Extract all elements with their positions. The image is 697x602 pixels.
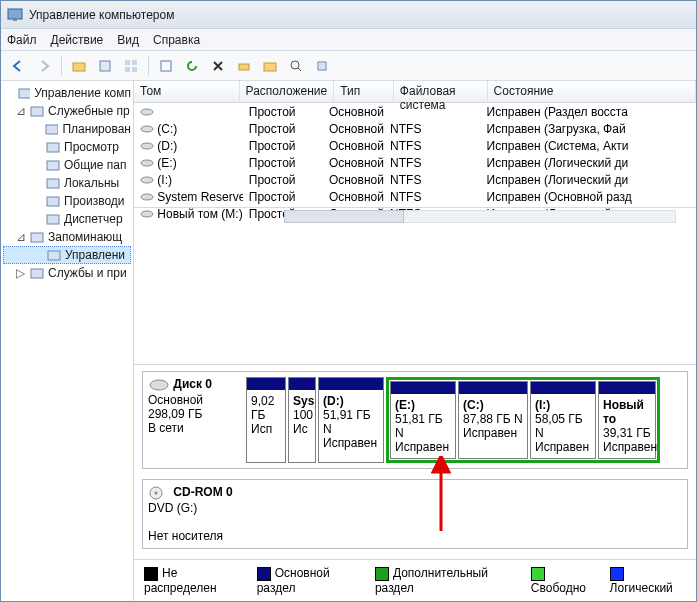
partition[interactable]: (I:) 58,05 ГБ N Исправен [530,381,596,459]
tree-item[interactable]: Производи [3,192,131,210]
partition-stripe [391,382,455,394]
cell: Исправен (Основной разд [481,190,696,204]
cell: Исправен (Загрузка, Фай [481,122,696,136]
svg-rect-18 [47,179,59,188]
titlebar[interactable]: Управление компьютером [1,1,696,29]
tree-item[interactable]: Управление комп [3,84,131,102]
cdrom-row[interactable]: CD-ROM 0 DVD (G:) Нет носителя [142,479,688,549]
volume-row[interactable]: ПростойОсновнойИсправен (Раздел восста [134,103,696,120]
toolbar-separator [61,56,62,76]
tree-label: Запоминающ [48,230,122,244]
cell: Простой [243,139,323,153]
navigation-tree[interactable]: Управление комп⊿Служебные прПланированПр… [1,81,134,601]
folder-button[interactable] [68,55,90,77]
tree-item[interactable]: Просмотр [3,138,131,156]
cell: Основной [323,139,384,153]
disk-0-partitions: 9,02 ГБ Исп Sys 100 Ис (D:) 51,91 ГБ N И… [246,377,682,463]
svg-rect-12 [318,62,326,70]
tree-item[interactable]: ▷Службы и при [3,264,131,282]
tree-item[interactable]: Диспетчер [3,210,131,228]
tree-item[interactable]: Управлени [3,246,131,264]
volume-row[interactable]: System Reserved (F:)ПростойОсновнойNTFSИ… [134,188,696,205]
cell: Исправен (Раздел восста [481,105,696,119]
horizontal-scrollbar[interactable] [134,207,696,225]
partition-label: Sys [293,394,311,408]
tree-item[interactable]: ⊿Служебные пр [3,102,131,120]
column-header[interactable]: Файловая система [394,81,488,102]
partition[interactable]: 9,02 ГБ Исп [246,377,286,463]
refresh-button[interactable] [181,55,203,77]
layout-button[interactable] [155,55,177,77]
partition-size: 39,31 ГБ [603,426,651,440]
cell: Исправен (Система, Акти [481,139,696,153]
view-button[interactable] [120,55,142,77]
open-folder-button[interactable] [259,55,281,77]
cdrom-state: Нет носителя [148,529,223,543]
partition-size: 51,81 ГБ N [395,412,451,440]
column-header[interactable]: Тип [334,81,394,102]
partition-label: Новый то [603,398,651,426]
delete-button[interactable] [207,55,229,77]
disk-map: Диск 0 Основной 298,09 ГБ В сети 9,02 ГБ… [134,364,696,559]
menu-action[interactable]: Действие [51,33,104,47]
column-header[interactable]: Расположение [240,81,335,102]
cell: Простой [243,190,323,204]
volume-row[interactable]: (C:)ПростойОсновнойNTFSИсправен (Загрузк… [134,120,696,137]
cell: Исправен (Логический ди [481,173,696,187]
tree-item[interactable]: Локальны [3,174,131,192]
tree-item[interactable]: Планирован [3,120,131,138]
svg-rect-2 [73,63,85,71]
tree-item[interactable]: Общие пап [3,156,131,174]
settings-button[interactable] [311,55,333,77]
volume-row[interactable]: (E:)ПростойОсновнойNTFSИсправен (Логичес… [134,154,696,171]
svg-point-27 [141,160,153,166]
wizard-button[interactable] [233,55,255,77]
svg-rect-7 [132,67,137,72]
volume-icon [140,107,154,117]
tree-icon [46,140,60,154]
tree-icon [18,86,30,100]
toolbar-separator [148,56,149,76]
volume-list[interactable]: ПростойОсновнойИсправен (Раздел восста (… [134,103,696,207]
column-header[interactable]: Состояние [488,81,696,102]
partition[interactable]: (E:) 51,81 ГБ N Исправен [390,381,456,459]
volume-list-header[interactable]: ТомРасположениеТипФайловая системаСостоя… [134,81,696,103]
volume-row[interactable]: (D:)ПростойОсновнойNTFSИсправен (Система… [134,137,696,154]
svg-rect-1 [13,19,17,21]
menu-help[interactable]: Справка [153,33,200,47]
window-title: Управление компьютером [29,8,174,22]
properties-button[interactable] [94,55,116,77]
svg-rect-5 [132,60,137,65]
column-header[interactable]: Том [134,81,240,102]
back-button[interactable] [7,55,29,77]
cell: Основной [323,105,384,119]
tree-item[interactable]: ⊿Запоминающ [3,228,131,246]
disk-0-row[interactable]: Диск 0 Основной 298,09 ГБ В сети 9,02 ГБ… [142,371,688,469]
partition-label: (D:) [323,394,379,408]
partition[interactable]: (D:) 51,91 ГБ N Исправен [318,377,384,463]
svg-point-29 [141,194,153,200]
partition-stripe [247,378,285,390]
svg-rect-23 [31,269,43,278]
cell: Простой [243,173,323,187]
cell: Простой [243,156,323,170]
search-button[interactable] [285,55,307,77]
tree-label: Производи [64,194,125,208]
menu-view[interactable]: Вид [117,33,139,47]
cdrom-header: CD-ROM 0 DVD (G:) Нет носителя [148,485,238,543]
partition-status: Ис [293,422,311,436]
partition[interactable]: Sys 100 Ис [288,377,316,463]
legend-swatch [531,567,545,581]
volume-row[interactable]: (I:)ПростойОсновнойNTFSИсправен (Логичес… [134,171,696,188]
partition[interactable]: (C:) 87,88 ГБ N Исправен [458,381,528,459]
partition[interactable]: Новый то 39,31 ГБ Исправен [598,381,656,459]
svg-rect-19 [47,197,59,206]
legend-swatch [610,567,624,581]
tree-icon [30,230,44,244]
volume-icon [140,141,154,151]
menu-file[interactable]: Файл [7,33,37,47]
legend-swatch [257,567,271,581]
partition-size: 87,88 ГБ N [463,412,523,426]
forward-button[interactable] [33,55,55,77]
svg-point-26 [141,143,153,149]
